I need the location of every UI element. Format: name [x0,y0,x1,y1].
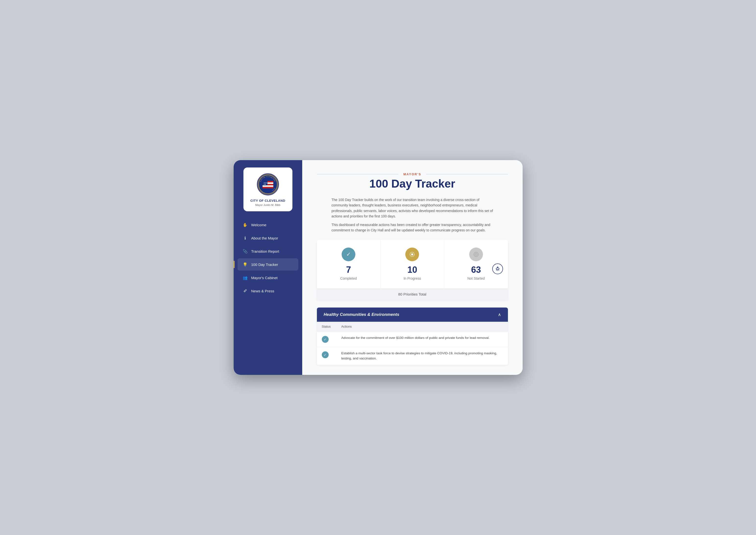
navigation: ✋ Welcome ℹ About the Mayor 📎 Transition… [234,219,302,298]
not-started-label: Not Started [467,276,485,280]
stat-card-completed: ✓ 7 Completed [317,240,380,288]
main-content: MAYOR'S 100 Day Tracker The 100 Day Trac… [302,160,523,375]
completed-number: 7 [346,265,351,275]
completed-label: Completed [340,276,357,280]
stats-row: ✓ 7 Completed 10 In Progress [317,240,508,288]
svg-point-17 [475,253,477,255]
news-press-label: News & Press [251,289,274,293]
logo-card: ★★★ ★★ CITY OF CLEVELAND OHIO CITY OF CL… [243,167,293,211]
not-started-number: 63 [471,265,481,275]
table-row: ✓ Establish a multi-sector task force to… [317,347,508,365]
svg-point-13 [497,267,498,268]
row-status-0: ✓ [322,335,341,343]
about-the-mayor-label: About the Mayor [251,236,278,240]
stat-card-in-progress: 10 In Progress [380,240,444,288]
row-status-1: ✓ [322,351,341,358]
about-the-mayor-icon: ℹ [242,235,248,241]
svg-text:★★: ★★ [264,183,266,185]
in-progress-icon [405,247,419,261]
city-name: CITY OF CLEVELAND [250,199,285,203]
in-progress-label: In Progress [404,276,421,280]
svg-rect-6 [263,187,273,188]
page-title: 100 Day Tracker [317,177,508,190]
header-line-right [426,174,508,174]
description-para1: The 100 Day Tracker builds on the work o… [332,197,493,219]
content-wrapper: MAYOR'S 100 Day Tracker The 100 Day Trac… [317,172,508,365]
status-check-0: ✓ [322,336,329,343]
section-accordion: Healthy Communities & Environments ∧ Sta… [317,308,508,365]
table-rows: ✓ Advocate for the commitment of over $1… [317,331,508,365]
row-action-0: Advocate for the commitment of over $100… [341,335,503,340]
col-header-actions: Actions [341,325,503,328]
row-action-1: Establish a multi-sector task force to d… [341,351,503,361]
section-header[interactable]: Healthy Communities & Environments ∧ [317,308,508,322]
svg-point-15 [411,253,413,255]
in-progress-number: 10 [407,265,417,275]
sidebar-item-welcome[interactable]: ✋ Welcome [238,219,298,231]
transition-report-icon: 📎 [242,248,248,254]
page-subtitle: MAYOR'S [403,172,421,176]
mayor-name: Mayor Justin M. Bibb [255,204,280,207]
header-line-left [317,174,399,174]
welcome-label: Welcome [251,223,266,227]
section-title: Healthy Communities & Environments [324,312,400,317]
sidebar-item-100-day-tracker[interactable]: 💡 100 Day Tracker [238,258,298,270]
transition-report-label: Transition Report [251,249,279,253]
accessibility-button[interactable] [492,264,503,274]
not-started-icon [469,247,483,261]
page-header: MAYOR'S 100 Day Tracker [317,172,508,190]
sidebar-item-about-the-mayor[interactable]: ℹ About the Mayor [238,232,298,244]
header-line-container: MAYOR'S [317,172,508,176]
description-block: The 100 Day Tracker builds on the work o… [332,197,493,233]
completed-icon: ✓ [342,247,355,261]
table-header: Status Actions [317,322,508,331]
stats-container: ✓ 7 Completed 10 In Progress [317,240,508,300]
col-header-status: Status [322,325,341,328]
sidebar-item-transition-report[interactable]: 📎 Transition Report [238,245,298,257]
sidebar-item-mayors-cabinet[interactable]: 👥 Mayor's Cabinet [238,271,298,284]
svg-rect-5 [263,185,273,187]
sidebar-item-news-press[interactable]: 🗞 News & Press [238,285,298,297]
mayors-cabinet-icon: 👥 [242,275,248,280]
100-day-tracker-icon: 💡 [242,262,248,267]
city-seal: ★★★ ★★ CITY OF CLEVELAND OHIO [257,173,279,195]
stats-total: 80 Priorities Total [317,288,508,300]
status-check-1: ✓ [322,352,329,358]
sidebar: ★★★ ★★ CITY OF CLEVELAND OHIO CITY OF CL… [234,160,302,375]
svg-point-16 [474,252,478,257]
table-row: ✓ Advocate for the commitment of over $1… [317,331,508,347]
section-chevron-icon: ∧ [498,312,501,317]
description-para2: This dashboard of measurable actions has… [332,222,493,233]
news-press-icon: 🗞 [242,288,248,294]
section-table: Status Actions ✓ Advocate for the commit… [317,322,508,365]
100-day-tracker-label: 100 Day Tracker [251,263,278,267]
mayors-cabinet-label: Mayor's Cabinet [251,276,278,280]
welcome-icon: ✋ [242,222,248,227]
